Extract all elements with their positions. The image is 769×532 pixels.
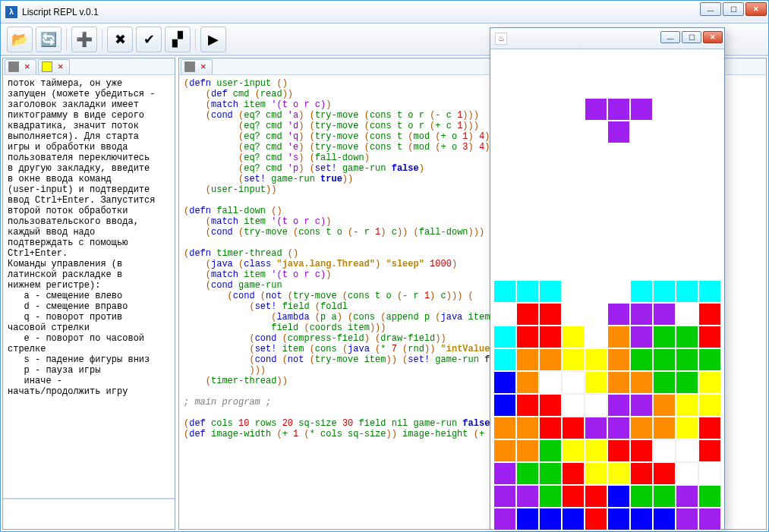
left-input-area[interactable] [3,499,175,529]
tetris-cell [493,75,516,98]
tetris-cell [493,394,516,417]
tetris-close-button[interactable] [703,31,723,43]
left-textpane[interactable]: поток таймера, он уже запущен (можете уб… [3,75,175,499]
tetris-cell [676,121,698,143]
tetris-cell [630,348,653,371]
tetris-titlebar[interactable]: ♨ [490,28,724,49]
tetris-cell [585,189,607,212]
tetris-cell [585,280,607,303]
tetris-cell [539,348,562,371]
titlebar[interactable]: λ Liscript REPL v.0.1 [1,1,768,24]
layout-button[interactable]: ▞ [165,27,191,52]
minimize-button[interactable] [700,2,721,16]
tetris-cell [539,394,562,417]
tetris-cell [539,235,562,257]
tetris-cell [539,371,562,394]
tetris-cell [676,143,698,166]
window-title: Liscript REPL v.0.1 [22,7,99,17]
tetris-cell [630,508,653,530]
tetris-cell [562,121,585,143]
tetris-cell [653,280,676,303]
tetris-cell [516,212,539,235]
tetris-cell [539,166,562,189]
tetris-cell [676,75,698,98]
tetris-cell [562,212,585,235]
tetris-cell [653,508,676,530]
tetris-cell [493,52,516,75]
accept-button[interactable]: ✔ [136,27,162,52]
tetris-cell [516,371,539,394]
tetris-cell [653,143,676,166]
tetris-cell [653,394,676,417]
tetris-cell [562,348,585,371]
tetris-cell [698,166,721,189]
tetris-cell [630,257,653,280]
tetris-cell [493,280,516,303]
tetris-cell [516,235,539,257]
tetris-cell [585,212,607,235]
tetris-cell [585,417,607,439]
tetris-cell [493,326,516,348]
tetris-cell [516,417,539,439]
tab-close-icon[interactable]: ✕ [22,61,33,72]
tetris-cell [653,212,676,235]
add-button[interactable]: ➕ [71,27,97,52]
tetris-maximize-button[interactable] [682,31,701,43]
tetris-window[interactable]: ♨ [490,27,725,530]
tab[interactable]: ✕ [38,59,70,74]
tetris-cell [539,75,562,98]
tetris-cell [493,462,516,485]
tetris-cell [653,257,676,280]
tetris-cell [653,303,676,326]
tetris-cell [516,326,539,348]
tetris-cell [653,235,676,257]
tetris-cell [607,439,630,462]
tetris-cell [493,371,516,394]
tetris-cell [562,189,585,212]
tetris-cell [653,166,676,189]
tetris-cell [676,166,698,189]
tetris-cell [698,52,721,75]
tetris-cell [562,394,585,417]
app-icon: λ [5,6,17,18]
tetris-cell [607,348,630,371]
tetris-cell [562,485,585,508]
tetris-cell [585,121,607,143]
tetris-cell [630,462,653,485]
tetris-cell [698,462,721,485]
tetris-cell [676,462,698,485]
tetris-cell [607,462,630,485]
tetris-cell [493,189,516,212]
maximize-button[interactable] [723,2,744,16]
tetris-cell [493,485,516,508]
tab-close-icon[interactable]: ✕ [198,61,209,72]
tetris-cell [562,52,585,75]
tetris-minimize-button[interactable] [660,31,680,43]
tetris-cell [630,52,653,75]
tetris-cell [630,235,653,257]
tetris-cell [653,121,676,143]
tetris-cell [516,98,539,121]
tab[interactable]: ✕ [181,59,213,74]
tetris-cell [562,143,585,166]
tetris-cell [585,98,607,121]
tetris-cell [698,75,721,98]
tetris-cell [539,417,562,439]
tetris-cell [607,52,630,75]
tab-close-icon[interactable]: ✕ [55,61,66,72]
tetris-cell [676,303,698,326]
tetris-cell [607,98,630,121]
tab[interactable]: ✕ [5,59,36,74]
tetris-cell [630,280,653,303]
tetris-cell [607,326,630,348]
tetris-cell [676,235,698,257]
open-file-button[interactable]: 📂 [7,27,33,52]
refresh-button[interactable]: 🔄 [36,27,61,52]
stop-button[interactable]: ✖ [107,27,133,52]
tab-swatch [184,61,195,72]
tetris-cell [493,348,516,371]
tetris-cell [585,257,607,280]
tetris-cell [516,166,539,189]
run-button[interactable]: ▶ [200,27,226,52]
close-button[interactable] [745,2,767,16]
